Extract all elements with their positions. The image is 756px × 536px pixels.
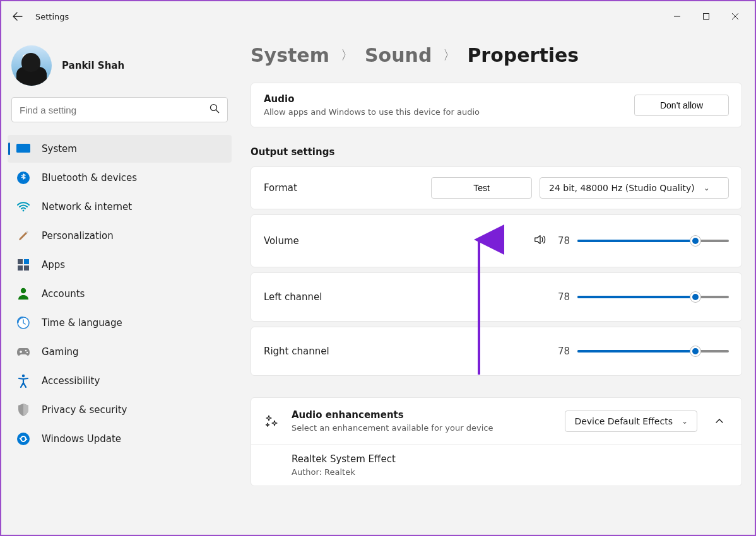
format-select[interactable]: 24 bit, 48000 Hz (Studio Quality) ⌄ [540, 177, 729, 199]
chevron-up-icon [715, 417, 724, 426]
main-content: System 〉 Sound 〉 Properties Audio Allow … [238, 32, 755, 535]
format-select-value: 24 bit, 48000 Hz (Studio Quality) [549, 183, 695, 193]
sidebar-item-label: Accessibility [42, 375, 100, 387]
sidebar-item-personalization[interactable]: Personalization [8, 222, 232, 250]
shield-icon [16, 403, 30, 417]
search-icon [210, 103, 220, 116]
profile-name: Pankil Shah [62, 60, 124, 71]
right-channel-value: 78 [555, 346, 570, 357]
output-settings-heading: Output settings [251, 146, 742, 158]
search-input[interactable] [20, 105, 210, 115]
svg-rect-6 [18, 259, 23, 264]
sidebar-item-system[interactable]: System [8, 135, 232, 163]
apps-icon [16, 258, 30, 272]
volume-slider[interactable] [577, 235, 729, 247]
sidebar-item-label: Bluetooth & devices [42, 172, 137, 184]
window-controls [663, 6, 750, 26]
svg-rect-0 [704, 14, 709, 20]
titlebar: Settings [1, 1, 755, 32]
audio-subtitle: Allow apps and Windows to use this devic… [264, 107, 480, 117]
sidebar-item-label: Time & language [42, 317, 122, 329]
svg-point-15 [17, 433, 30, 445]
sidebar-item-label: Personalization [42, 230, 114, 242]
dont-allow-button[interactable]: Don't allow [634, 95, 729, 116]
right-channel-slider[interactable] [577, 345, 729, 358]
speaker-icon[interactable] [533, 233, 547, 249]
chevron-down-icon: ⌄ [704, 184, 710, 192]
search-box[interactable] [11, 97, 228, 122]
effect-title: Realtek System Effect [292, 453, 396, 465]
sidebar-item-label: Network & internet [42, 201, 132, 213]
maximize-button[interactable] [692, 6, 721, 26]
volume-label: Volume [264, 235, 299, 247]
sidebar-item-label: Accounts [42, 288, 85, 300]
minimize-icon [673, 13, 681, 20]
system-icon [16, 142, 30, 156]
accessibility-icon [16, 374, 30, 388]
volume-value: 78 [555, 235, 570, 247]
chevron-right-icon: 〉 [443, 47, 456, 64]
sidebar-item-bluetooth[interactable]: Bluetooth & devices [8, 164, 232, 192]
sidebar-item-network[interactable]: Network & internet [8, 193, 232, 221]
sparkle-icon [264, 414, 279, 429]
avatar [11, 45, 52, 86]
maximize-icon [702, 13, 710, 20]
enhancements-select-value: Device Default Effects [574, 416, 673, 426]
breadcrumb-system[interactable]: System [251, 44, 329, 66]
nav-list: System Bluetooth & devices Network & int… [8, 135, 232, 453]
left-channel-value: 78 [555, 291, 570, 303]
enhancements-card: Audio enhancements Select an enhancement… [251, 397, 742, 486]
sidebar-item-update[interactable]: Windows Update [8, 425, 232, 453]
breadcrumb-sound[interactable]: Sound [365, 44, 432, 66]
format-label: Format [264, 182, 297, 194]
clock-icon [16, 316, 30, 330]
format-card: Format Test 24 bit, 48000 Hz (Studio Qua… [251, 166, 742, 209]
wifi-icon [16, 200, 30, 214]
svg-point-1 [211, 105, 217, 111]
volume-card: Volume 78 [251, 214, 742, 267]
effect-author: Author: Realtek [292, 467, 396, 477]
svg-point-14 [22, 375, 25, 377]
sidebar-item-privacy[interactable]: Privacy & security [8, 396, 232, 424]
enhancements-title: Audio enhancements [292, 409, 493, 421]
sidebar-item-gaming[interactable]: Gaming [8, 338, 232, 366]
left-channel-label: Left channel [264, 291, 322, 303]
arrow-left-icon [13, 11, 23, 21]
bluetooth-icon [16, 171, 30, 185]
sidebar-item-label: System [42, 143, 77, 154]
breadcrumb: System 〉 Sound 〉 Properties [251, 32, 742, 83]
minimize-button[interactable] [663, 6, 692, 26]
enhancements-subtitle: Select an enhancement available for your… [292, 423, 493, 433]
test-button[interactable]: Test [431, 177, 532, 199]
svg-point-5 [23, 210, 25, 212]
left-channel-slider[interactable] [577, 291, 729, 303]
audio-card: Audio Allow apps and Windows to use this… [251, 83, 742, 127]
close-button[interactable] [721, 6, 750, 26]
breadcrumb-current: Properties [467, 44, 579, 66]
sidebar-item-label: Windows Update [42, 433, 121, 445]
sidebar-item-label: Gaming [42, 346, 79, 358]
left-channel-card: Left channel 78 [251, 272, 742, 322]
svg-rect-7 [24, 259, 29, 264]
sidebar-item-accounts[interactable]: Accounts [8, 280, 232, 308]
sidebar-item-accessibility[interactable]: Accessibility [8, 367, 232, 395]
expand-toggle[interactable] [710, 417, 729, 426]
person-icon [16, 287, 30, 301]
sidebar-item-label: Privacy & security [42, 404, 127, 416]
sidebar-item-time[interactable]: Time & language [8, 309, 232, 337]
svg-rect-9 [24, 265, 29, 271]
enhancements-select[interactable]: Device Default Effects ⌄ [565, 411, 697, 432]
svg-point-13 [27, 352, 28, 353]
svg-point-12 [25, 350, 27, 351]
sidebar: Pankil Shah System Bluetooth & devices N… [1, 32, 238, 535]
back-button[interactable] [6, 5, 29, 28]
svg-point-10 [21, 288, 26, 293]
close-icon [731, 13, 739, 20]
chevron-right-icon: 〉 [341, 47, 353, 64]
right-channel-card: Right channel 78 [251, 327, 742, 376]
svg-rect-2 [16, 144, 30, 153]
update-icon [16, 432, 30, 446]
sidebar-item-apps[interactable]: Apps [8, 251, 232, 279]
profile-block[interactable]: Pankil Shah [8, 40, 232, 97]
svg-rect-8 [18, 265, 23, 271]
